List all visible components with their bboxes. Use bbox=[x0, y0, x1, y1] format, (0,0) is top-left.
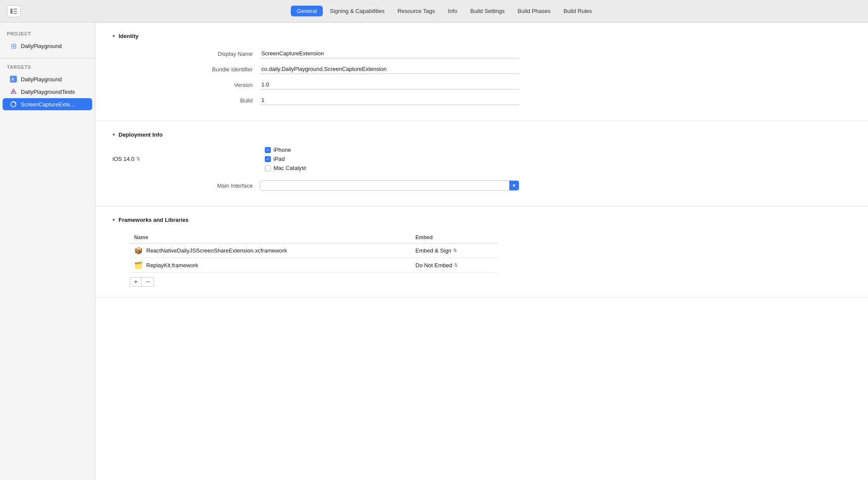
frameworks-section-title: Frameworks and Libraries bbox=[119, 217, 189, 223]
project-icon: ⊞ bbox=[10, 42, 17, 50]
daily-playground-icon: A bbox=[10, 75, 17, 83]
tab-build-phases[interactable]: Build Phases bbox=[511, 6, 556, 16]
svg-rect-0 bbox=[10, 9, 13, 14]
tab-general[interactable]: General bbox=[291, 6, 323, 16]
toolbar: General Signing & Capabilities Resource … bbox=[0, 0, 868, 22]
bundle-identifier-row: Bundle Identifier bbox=[113, 64, 851, 75]
bundle-identifier-label: Bundle Identifier bbox=[113, 66, 260, 73]
identity-collapse-arrow[interactable]: ▾ bbox=[113, 33, 115, 39]
framework-2-icon: 🗂️ bbox=[134, 261, 143, 269]
deployment-section-title: Deployment Info bbox=[119, 131, 163, 138]
sidebar-item-screen-capture[interactable]: ScreenCaptureExte... bbox=[3, 98, 92, 110]
iphone-checkbox-row: ✓ iPhone bbox=[265, 147, 306, 153]
main-interface-select[interactable]: ▾ bbox=[260, 180, 519, 191]
version-label: Version bbox=[113, 82, 260, 88]
project-section-label: PROJECT bbox=[0, 31, 95, 36]
tab-resource-tags[interactable]: Resource Tags bbox=[392, 6, 441, 16]
framework-1-name-text: ReactNativeDailyJSScreenShareExtension.x… bbox=[146, 247, 287, 254]
frameworks-name-column-header: Name bbox=[130, 232, 411, 243]
frameworks-collapse-arrow[interactable]: ▾ bbox=[113, 217, 115, 223]
framework-2-embed-value: Do Not Embed bbox=[415, 262, 452, 269]
main-interface-label: Main Interface bbox=[113, 182, 260, 189]
identity-section-header: ▾ Identity bbox=[113, 33, 851, 39]
framework-row-1-embed: Embed & Sign ⇅ bbox=[411, 243, 498, 258]
bundle-identifier-input[interactable] bbox=[260, 64, 519, 74]
tab-build-rules[interactable]: Build Rules bbox=[557, 6, 598, 16]
ipad-checkbox-row: ✓ iPad bbox=[265, 156, 306, 162]
frameworks-embed-column-header: Embed bbox=[411, 232, 498, 243]
framework-2-embed-stepper[interactable]: ⇅ bbox=[454, 262, 458, 268]
ios-version-text: iOS 14.0 bbox=[113, 156, 135, 162]
target-screen-capture-label: ScreenCaptureExte... bbox=[21, 101, 74, 108]
content-area: ▾ Identity Display Name Bundle Identifie… bbox=[95, 22, 868, 480]
iphone-checkbox[interactable]: ✓ bbox=[265, 147, 271, 153]
sidebar-item-project[interactable]: ⊞ DailyPlayground bbox=[3, 40, 92, 52]
sidebar-item-daily-playground-tests[interactable]: DailyPlaygroundTests bbox=[3, 86, 92, 98]
framework-2-name-cell: 🗂️ ReplayKit.framework bbox=[134, 261, 407, 269]
framework-1-name-cell: 📦 ReactNativeDailyJSScreenShareExtension… bbox=[134, 246, 407, 255]
deployment-section: ▾ Deployment Info iOS 14.0 ⇅ ✓ iPhone bbox=[95, 121, 868, 206]
build-row: Build bbox=[113, 95, 851, 106]
main-interface-dropdown-arrow[interactable]: ▾ bbox=[509, 181, 519, 190]
sidebar-divider bbox=[0, 58, 95, 58]
framework-1-embed-value: Embed & Sign bbox=[415, 247, 451, 254]
display-name-input[interactable] bbox=[260, 49, 519, 58]
daily-playground-tests-icon bbox=[10, 88, 17, 96]
frameworks-table: Name Embed 📦 ReactNativeDailyJSScreenSha… bbox=[130, 232, 498, 273]
tab-info[interactable]: Info bbox=[442, 6, 463, 16]
display-name-row: Display Name bbox=[113, 48, 851, 59]
targets-section-label: TARGETS bbox=[0, 64, 95, 70]
mac-catalyst-checkbox[interactable] bbox=[265, 165, 271, 171]
framework-2-embed-selector[interactable]: Do Not Embed ⇅ bbox=[415, 262, 493, 269]
remove-framework-button[interactable]: − bbox=[142, 277, 154, 287]
svg-point-7 bbox=[13, 91, 14, 93]
svg-rect-2 bbox=[13, 11, 17, 12]
mac-catalyst-label: Mac Catalyst bbox=[273, 165, 306, 171]
build-label: Build bbox=[113, 97, 260, 104]
main-layout: PROJECT ⊞ DailyPlayground TARGETS A Dail… bbox=[0, 22, 868, 480]
sidebar-toggle-button[interactable] bbox=[7, 5, 21, 17]
build-input[interactable] bbox=[260, 96, 519, 105]
mac-catalyst-checkbox-row: Mac Catalyst bbox=[265, 165, 306, 171]
main-interface-dropdown[interactable] bbox=[260, 181, 509, 190]
target-daily-playground-tests-label: DailyPlaygroundTests bbox=[21, 89, 75, 95]
framework-row-2-embed: Do Not Embed ⇅ bbox=[411, 258, 498, 273]
ipad-label: iPad bbox=[273, 156, 285, 162]
tab-build-settings[interactable]: Build Settings bbox=[464, 6, 511, 16]
ios-version-stepper[interactable]: ⇅ bbox=[136, 156, 140, 162]
version-input[interactable] bbox=[260, 80, 519, 90]
target-daily-playground-label: DailyPlayground bbox=[21, 76, 62, 83]
framework-1-icon: 📦 bbox=[134, 246, 143, 255]
display-name-label: Display Name bbox=[113, 51, 260, 57]
svg-rect-3 bbox=[13, 13, 17, 14]
sidebar-item-daily-playground[interactable]: A DailyPlayground bbox=[3, 73, 92, 85]
version-row: Version bbox=[113, 79, 851, 90]
deployment-device-row: iOS 14.0 ⇅ ✓ iPhone ✓ iPad Mac bbox=[113, 147, 851, 171]
ipad-checkbox[interactable]: ✓ bbox=[265, 156, 271, 162]
framework-2-name-text: ReplayKit.framework bbox=[146, 262, 198, 269]
framework-1-embed-stepper[interactable]: ⇅ bbox=[453, 248, 457, 253]
svg-text:A: A bbox=[11, 77, 14, 82]
ios-version-selector[interactable]: iOS 14.0 ⇅ bbox=[113, 156, 253, 162]
svg-point-8 bbox=[11, 102, 16, 107]
project-item-label: DailyPlayground bbox=[21, 43, 62, 49]
device-checkboxes: ✓ iPhone ✓ iPad Mac Catalyst bbox=[265, 147, 306, 171]
tab-bar: General Signing & Capabilities Resource … bbox=[28, 6, 861, 16]
main-interface-row: Main Interface ▾ bbox=[113, 180, 851, 191]
deployment-section-header: ▾ Deployment Info bbox=[113, 131, 851, 138]
table-actions: + − bbox=[130, 277, 851, 287]
ios-version-label: iOS 14.0 ⇅ bbox=[113, 156, 260, 162]
framework-row-1-name: 📦 ReactNativeDailyJSScreenShareExtension… bbox=[130, 243, 411, 258]
table-row: 📦 ReactNativeDailyJSScreenShareExtension… bbox=[130, 243, 498, 258]
svg-rect-1 bbox=[13, 9, 17, 10]
tab-signing[interactable]: Signing & Capabilities bbox=[324, 6, 390, 16]
identity-section-title: Identity bbox=[119, 33, 138, 39]
iphone-label: iPhone bbox=[273, 147, 291, 153]
framework-row-2-name: 🗂️ ReplayKit.framework bbox=[130, 258, 411, 273]
sidebar: PROJECT ⊞ DailyPlayground TARGETS A Dail… bbox=[0, 22, 95, 480]
screen-capture-icon bbox=[10, 100, 17, 108]
deployment-collapse-arrow[interactable]: ▾ bbox=[113, 132, 115, 138]
add-framework-button[interactable]: + bbox=[130, 277, 142, 287]
framework-1-embed-selector[interactable]: Embed & Sign ⇅ bbox=[415, 247, 493, 254]
frameworks-section-header: ▾ Frameworks and Libraries bbox=[113, 217, 851, 223]
